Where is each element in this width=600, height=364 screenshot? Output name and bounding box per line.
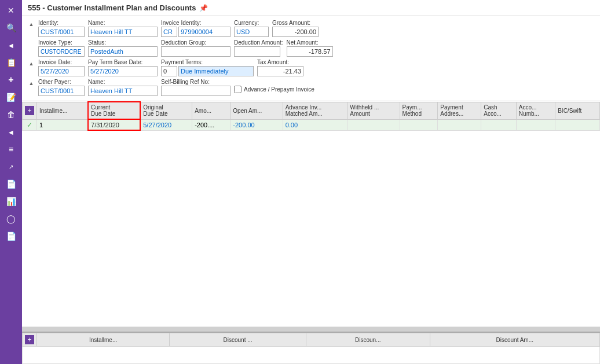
status-input[interactable] — [88, 46, 158, 57]
payment-terms-group: Payment Terms: — [161, 59, 254, 76]
collapse-row4[interactable]: ▲ — [28, 80, 35, 87]
collapse-row1[interactable]: ▲ — [28, 21, 35, 28]
self-billing-input[interactable] — [161, 86, 231, 96]
list-icon[interactable]: ≡ — [2, 141, 20, 157]
other-payer-name-input[interactable] — [88, 86, 158, 96]
invoice-identity-input[interactable] — [178, 27, 231, 37]
chart-icon[interactable]: 📊 — [2, 193, 20, 209]
collapse-icon[interactable]: ◀ — [2, 124, 20, 140]
row1-divider: ▲ — [28, 21, 35, 28]
discounts-add-button[interactable]: + — [25, 335, 34, 344]
row-account-number — [516, 119, 555, 130]
document-icon[interactable]: 📄 — [2, 176, 20, 192]
other-payer-group: Other Payer: — [38, 79, 85, 96]
left-sidebar: ✕ 🔍 ◀ 📋 + 📝 🗑 ◀ ≡ ↗ 📄 📊 ◯ 📄 — [0, 0, 22, 364]
deduction-group-group: Deduction Group: — [161, 39, 231, 57]
form-area: ▲ Identity: Name: Invoice Identity: Curr… — [22, 16, 600, 101]
invoice-identity-label: Invoice Identity: — [161, 20, 231, 26]
net-amount-group: Net Amount: — [287, 39, 333, 57]
close-icon[interactable]: ✕ — [2, 2, 20, 19]
th-payment-address: Payment Addres... — [438, 102, 481, 119]
deduction-amount-input[interactable] — [234, 46, 280, 57]
discounts-empty-row — [23, 347, 600, 364]
payment-terms-input[interactable] — [161, 66, 177, 76]
net-amount-label: Net Amount: — [287, 39, 333, 46]
payment-terms-desc-input[interactable] — [178, 66, 254, 76]
th-bic-swift: BIC/Swift — [555, 102, 600, 119]
invoice-type-input[interactable] — [38, 46, 85, 57]
row-advance-matched: 0.00 — [283, 119, 347, 130]
deduction-group-label: Deduction Group: — [161, 39, 231, 46]
invoice-identity-prefix-input[interactable] — [161, 27, 177, 37]
collapse-row3[interactable]: ▲ — [28, 60, 35, 67]
name-input[interactable] — [88, 27, 158, 37]
gross-amount-input[interactable] — [272, 27, 319, 37]
th-withheld: Withheld ... Amount — [347, 102, 400, 119]
th-current-due-date: Current Due Date — [88, 102, 140, 119]
status-group: Status: — [88, 39, 158, 57]
th-original-due-date: Original Due Date — [140, 102, 192, 119]
row-bic-swift — [555, 119, 600, 130]
advance-prepaym-group: Advance / Prepaym Invoice — [234, 86, 314, 93]
deduction-amount-group: Deduction Amount: — [234, 39, 283, 57]
advance-prepaym-checkbox[interactable] — [234, 86, 242, 93]
title-bar: 555 - Customer Installment Plan and Disc… — [22, 0, 600, 16]
circle-icon[interactable]: ◯ — [2, 211, 20, 227]
row3-divider: ▲ — [28, 60, 35, 67]
invoice-date-input[interactable] — [38, 66, 85, 76]
self-billing-group: Self-Billing Ref No: — [161, 79, 231, 96]
th-disc-installme: Installme... — [37, 333, 170, 347]
th-payment-method: Paym... Method — [400, 102, 438, 119]
tax-amount-label: Tax Amount: — [257, 59, 303, 65]
installments-add-button[interactable]: + — [25, 106, 34, 115]
deduction-group-input[interactable] — [161, 46, 231, 57]
row-payment-method — [400, 119, 438, 130]
add-icon[interactable]: + — [2, 72, 20, 88]
tax-amount-input[interactable] — [257, 66, 303, 76]
clipboard-icon[interactable]: 📋 — [2, 54, 20, 71]
identity-label: Identity: — [38, 20, 85, 26]
pay-term-base-date-input[interactable] — [88, 66, 158, 76]
net-amount-input[interactable] — [287, 46, 333, 57]
row-original-due-date: 5/27/2020 — [140, 119, 192, 130]
other-payer-name-label: Name: — [88, 79, 158, 85]
currency-input[interactable] — [234, 27, 269, 37]
invoice-type-group: Invoice Type: — [38, 39, 85, 57]
row-payment-address — [438, 119, 481, 130]
other-payer-name-group: Name: — [88, 79, 158, 96]
tax-amount-group: Tax Amount: — [257, 59, 303, 76]
edit-icon[interactable]: 📝 — [2, 89, 20, 105]
installments-table: + Installme... Current Due Date Original — [22, 101, 600, 131]
discounts-table: + Installme... Discount ... Discoun... D… — [22, 333, 600, 364]
row4-divider: ▲ — [28, 80, 35, 87]
row-checkmark: ✓ — [27, 121, 32, 129]
delete-icon[interactable]: 🗑 — [2, 106, 20, 123]
row-amount: -200.... — [192, 119, 231, 130]
back-icon[interactable]: ◀ — [2, 37, 20, 53]
section-separator — [22, 327, 600, 332]
document2-icon[interactable]: 📄 — [2, 228, 20, 244]
name-group: Name: — [88, 20, 158, 37]
pin-icon[interactable]: 📌 — [199, 4, 208, 12]
th-disc-amount: Discount Am... — [430, 333, 600, 347]
th-account-number: Acco... Numb... — [516, 102, 555, 119]
search-icon[interactable]: 🔍 — [2, 20, 20, 36]
pay-term-base-date-label: Pay Term Base Date: — [88, 59, 158, 65]
self-billing-label: Self-Billing Ref No: — [161, 79, 231, 85]
table-row[interactable]: ✓ 1 7/31/2020 5/27/2020 -200.... -200.00… — [23, 119, 600, 130]
identity-input[interactable] — [38, 27, 85, 37]
th-cash-account: Cash Acco... — [481, 102, 517, 119]
gross-amount-group: Gross Amount: — [272, 20, 319, 37]
expand-icon[interactable]: ↗ — [2, 159, 20, 175]
status-label: Status: — [88, 39, 158, 46]
gross-amount-label: Gross Amount: — [272, 20, 319, 26]
pay-term-base-date-group: Pay Term Base Date: — [88, 59, 158, 76]
advance-prepaym-label: Advance / Prepaym Invoice — [244, 86, 314, 93]
row-withheld — [347, 119, 400, 130]
installments-section: + Installme... Current Due Date Original — [22, 101, 600, 326]
invoice-type-label: Invoice Type: — [38, 39, 85, 46]
other-payer-label: Other Payer: — [38, 79, 85, 85]
row-current-due-date[interactable]: 7/31/2020 — [88, 119, 140, 130]
other-payer-input[interactable] — [38, 86, 85, 96]
row-installme: 1 — [37, 119, 89, 130]
